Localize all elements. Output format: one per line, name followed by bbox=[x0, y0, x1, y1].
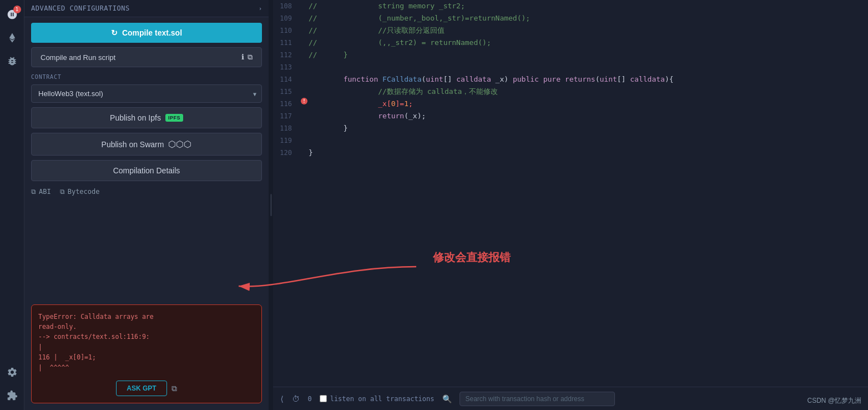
line-number: 108 bbox=[277, 0, 300, 12]
code-line: 119 bbox=[273, 134, 868, 147]
abi-label: ABI bbox=[39, 188, 51, 196]
ask-gpt-button[interactable]: ASK GPT bbox=[116, 381, 166, 396]
bottom-chevron-icon[interactable]: ⟨ bbox=[280, 394, 284, 403]
abi-copy-item[interactable]: ⧉ ABI bbox=[31, 188, 51, 196]
abi-bytecode-row: ⧉ ABI ⧉ Bytecode bbox=[31, 186, 262, 198]
line-content: } bbox=[309, 122, 864, 134]
search-icon: 🔍 bbox=[442, 394, 452, 403]
publish-ipfs-button[interactable]: Publish on Ipfs IPFS bbox=[31, 107, 262, 128]
line-number: 113 bbox=[277, 61, 300, 73]
line-number: 114 bbox=[277, 73, 300, 86]
code-line: 117 return(_x); bbox=[273, 110, 868, 122]
txn-count: 0 bbox=[307, 395, 311, 403]
bytecode-copy-icon: ⧉ bbox=[60, 188, 65, 196]
line-number: 112 bbox=[277, 49, 300, 61]
line-content: // (_number,_bool,_str)=returnNamed(); bbox=[309, 12, 864, 24]
compile-run-button[interactable]: Compile and Run script ℹ ⧉ bbox=[31, 47, 262, 67]
panel-content: ↻ Compile text.sol Compile and Run scrip… bbox=[24, 17, 269, 304]
panel-header-title: Advanced Configurations bbox=[31, 4, 130, 12]
code-line: 111// (,,_str2) = returnNamed(); bbox=[273, 37, 868, 49]
code-line: 112// } bbox=[273, 49, 868, 61]
code-line: 116! _x[0]=1; bbox=[273, 98, 868, 110]
bytecode-label: Bytecode bbox=[68, 188, 100, 196]
error-indicator: ! bbox=[300, 98, 309, 104]
compilation-details-button[interactable]: Compilation Details bbox=[31, 160, 262, 181]
timer-icon: ⏱ bbox=[292, 394, 300, 403]
editor-area: 108// string memory _str2;109// (_number… bbox=[273, 0, 868, 410]
listen-label: listen on all transactions bbox=[330, 395, 435, 403]
line-content: } bbox=[309, 147, 864, 159]
sidebar-item-debug[interactable] bbox=[2, 51, 22, 71]
panel-header: Advanced Configurations › bbox=[24, 0, 269, 17]
error-dot: ! bbox=[301, 98, 307, 104]
line-number: 110 bbox=[277, 24, 300, 37]
publish-ipfs-label: Publish on Ipfs bbox=[110, 113, 161, 122]
sidebar-item-plugin[interactable] bbox=[2, 386, 22, 406]
listen-checkbox-group: listen on all transactions bbox=[320, 395, 435, 403]
compile-refresh-icon: ↻ bbox=[111, 28, 118, 37]
error-copy-icon[interactable]: ⧉ bbox=[171, 384, 177, 393]
line-number: 118 bbox=[277, 122, 300, 134]
error-message: TypeError: Calldata arrays are read-only… bbox=[38, 312, 255, 373]
line-number: 109 bbox=[277, 12, 300, 24]
code-line: 120} bbox=[273, 147, 868, 159]
bytecode-copy-item[interactable]: ⧉ Bytecode bbox=[60, 188, 100, 196]
abi-copy-icon: ⧉ bbox=[31, 188, 36, 196]
ipfs-badge: IPFS bbox=[165, 114, 183, 122]
code-line: 114 function FCalldata(uint[] calldata _… bbox=[273, 73, 868, 86]
contract-label: CONTRACT bbox=[31, 74, 262, 80]
compile-button-label: Compile text.sol bbox=[122, 28, 182, 37]
line-number: 120 bbox=[277, 147, 300, 159]
notification-badge: 1 bbox=[13, 6, 21, 13]
line-content: return(_x); bbox=[309, 110, 864, 122]
line-content: // string memory _str2; bbox=[309, 0, 864, 12]
compile-run-icons: ℹ ⧉ bbox=[241, 53, 253, 62]
line-content: _x[0]=1; bbox=[309, 98, 864, 110]
publish-swarm-label: Publish on Swarm bbox=[102, 140, 164, 149]
code-line: 115 //数据存储为 calldata，不能修改 bbox=[273, 86, 868, 98]
sidebar-item-remix[interactable]: 1 bbox=[2, 4, 22, 24]
error-panel: TypeError: Calldata arrays are read-only… bbox=[31, 304, 262, 403]
code-line: 113 bbox=[273, 61, 868, 73]
search-input[interactable] bbox=[460, 392, 615, 406]
code-line: 108// string memory _str2; bbox=[273, 0, 868, 12]
ask-gpt-row: ASK GPT ⧉ bbox=[38, 381, 255, 396]
watermark: CSDN @忆梦九洲 bbox=[807, 396, 861, 406]
compile-run-label: Compile and Run script bbox=[41, 53, 115, 62]
code-line: 118 } bbox=[273, 122, 868, 134]
line-number: 117 bbox=[277, 110, 300, 122]
compiler-panel: Advanced Configurations › ↻ Compile text… bbox=[24, 0, 269, 410]
code-line: 110// //只读取部分返回值 bbox=[273, 24, 868, 37]
line-number: 115 bbox=[277, 86, 300, 98]
line-content: // //只读取部分返回值 bbox=[309, 24, 864, 37]
publish-swarm-button[interactable]: Publish on Swarm ⬡⬡⬡ bbox=[31, 133, 262, 156]
compile-button[interactable]: ↻ Compile text.sol bbox=[31, 23, 262, 43]
bottom-bar: ⟨ ⏱ 0 listen on all transactions 🔍 bbox=[273, 387, 868, 410]
sidebar-bottom-icons bbox=[2, 362, 22, 410]
swarm-icon: ⬡⬡⬡ bbox=[168, 139, 191, 149]
divider-handle bbox=[270, 194, 272, 216]
listen-checkbox[interactable] bbox=[320, 395, 327, 402]
line-content: //数据存储为 calldata，不能修改 bbox=[309, 86, 864, 98]
contract-select-wrapper: HelloWeb3 (text.sol) bbox=[31, 84, 262, 103]
compilation-details-label: Compilation Details bbox=[113, 166, 180, 175]
sidebar-item-settings[interactable] bbox=[2, 362, 22, 382]
sidebar-item-ethereum[interactable] bbox=[2, 28, 22, 48]
line-number: 111 bbox=[277, 37, 300, 49]
info-icon: ℹ bbox=[241, 53, 244, 62]
copy-icon: ⧉ bbox=[248, 53, 253, 62]
left-sidebar: 1 bbox=[0, 0, 24, 410]
line-number: 116 bbox=[277, 98, 300, 110]
line-number: 119 bbox=[277, 134, 300, 147]
line-content: // (,,_str2) = returnNamed(); bbox=[309, 37, 864, 49]
code-line: 109// (_number,_bool,_str)=returnNamed()… bbox=[273, 12, 868, 24]
line-content: function FCalldata(uint[] calldata _x) p… bbox=[309, 73, 864, 86]
chevron-right-icon: › bbox=[259, 6, 262, 12]
panel-divider bbox=[269, 0, 273, 410]
contract-select[interactable]: HelloWeb3 (text.sol) bbox=[31, 84, 262, 103]
code-editor[interactable]: 108// string memory _str2;109// (_number… bbox=[273, 0, 868, 387]
line-content: // } bbox=[309, 49, 864, 61]
